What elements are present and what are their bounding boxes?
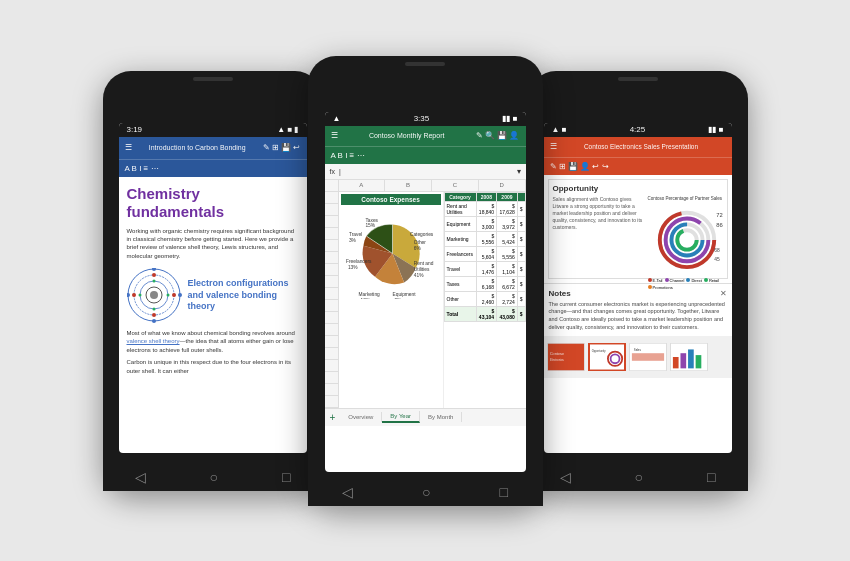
svg-text:Equipment: Equipment <box>392 292 416 297</box>
word-header: ☰ Introduction to Carbon Bonding ✎ ⊞ 💾 ↩ <box>119 137 307 159</box>
pie-chart: Categories Other 6% Rent and Utilities 4… <box>341 207 444 299</box>
ppt-thumbnails: Contoso Electronics Opportunity <box>544 336 732 378</box>
screen-center: ▲ 3:35 ▮▮ ■ ☰ Contoso Monthly Report ✎ 🔍… <box>325 112 526 472</box>
svg-text:Marketing: Marketing <box>358 292 380 297</box>
formula-bar[interactable]: fx | ▾ <box>325 164 526 180</box>
valence-theory-link[interactable]: valence shell theory <box>127 338 180 344</box>
col-a: A <box>339 180 386 191</box>
home-icon-center[interactable]: ○ <box>422 484 430 500</box>
col-headers: A B C D <box>339 180 526 192</box>
svg-point-14 <box>152 308 155 311</box>
slide-thumb-4[interactable] <box>670 343 708 371</box>
row-headers <box>325 180 339 408</box>
th-2008: 2008 <box>476 192 497 201</box>
svg-text:Freelancers: Freelancers <box>346 259 372 264</box>
excel-data: Contoso Expenses <box>339 192 526 408</box>
svg-point-11 <box>132 293 136 297</box>
speaker-left <box>193 77 233 81</box>
tab-by-year[interactable]: By Year <box>382 411 420 423</box>
word-doc-title: Introduction to Carbon Bonding <box>136 144 259 151</box>
status-bar-center: ▲ 3:35 ▮▮ ■ <box>325 112 526 126</box>
atom-diagram-svg <box>127 268 182 323</box>
svg-text:Other: Other <box>413 239 425 244</box>
ppt-header: ☰ Contoso Electronics Sales Presentation <box>544 137 732 157</box>
phone-left: 3:19 ▲ ■ ▮ ☰ Introduction to Carbon Bond… <box>103 71 323 491</box>
status-time-right: 4:25 <box>630 125 646 134</box>
back-icon-right[interactable]: ◁ <box>560 469 571 485</box>
formula-expand[interactable]: ▾ <box>517 167 521 176</box>
notes-panel: Notes ✕ The current consumer electronics… <box>544 283 732 337</box>
home-icon-left[interactable]: ○ <box>210 469 218 485</box>
ppt-menu-icon[interactable]: ☰ <box>550 142 557 151</box>
thumb-wrap-4 <box>670 343 708 371</box>
recent-icon-right[interactable]: □ <box>707 469 715 485</box>
excel-format-icons[interactable]: A B I ≡ ⋯ <box>331 151 365 160</box>
slide-content: Sales alignment with Contoso gives Litwa… <box>553 196 723 290</box>
svg-point-6 <box>152 319 156 323</box>
slide-chart-col: Contoso Percentage of Partner Sales <box>648 196 723 290</box>
phone-center: ▲ 3:35 ▮▮ ■ ☰ Contoso Monthly Report ✎ 🔍… <box>308 56 543 506</box>
back-icon-center[interactable]: ◁ <box>342 484 353 500</box>
word-body2: Most of what we know about chemical bond… <box>127 329 299 354</box>
svg-text:Categories: Categories <box>409 232 433 237</box>
table-row: Freelancers$ 5,604$ 5,556$ <box>444 246 525 261</box>
svg-text:86: 86 <box>716 222 722 228</box>
table-row: Rent and Utilities$ 18,840$ 17,628$ <box>444 201 525 216</box>
recent-icon-center[interactable]: □ <box>500 484 508 500</box>
ppt-slide: Opportunity Sales alignment with Contoso… <box>548 179 728 279</box>
excel-chart-area: Contoso Expenses <box>339 192 444 408</box>
svg-point-13 <box>152 280 155 283</box>
slide-thumb-3[interactable]: Sales <box>629 343 667 371</box>
word-doc-heading: Chemistry fundamentals <box>127 185 299 221</box>
svg-text:68: 68 <box>714 247 720 252</box>
svg-text:13%: 13% <box>360 297 370 298</box>
table-row: Equipment$ 3,000$ 3,972$ <box>444 216 525 231</box>
phones-container: 3:19 ▲ ■ ▮ ☰ Introduction to Carbon Bond… <box>15 16 835 546</box>
notes-close-button[interactable]: ✕ <box>720 289 727 298</box>
table-row: Marketing$ 5,556$ 5,424$ <box>444 231 525 246</box>
thumb-wrap-3: Sales <box>629 343 667 371</box>
tab-overview[interactable]: Overview <box>340 412 382 422</box>
donut-chart: 72 86 68 45 <box>648 203 726 271</box>
slide-thumb-2[interactable]: Opportunity <box>588 343 626 371</box>
excel-header-icons[interactable]: ✎ 🔍 💾 👤 <box>476 131 520 140</box>
ppt-format-icons[interactable]: ✎ ⊞ 💾 👤 ↩ ↪ <box>550 162 609 171</box>
svg-text:13%: 13% <box>347 264 357 269</box>
recent-icon-left[interactable]: □ <box>282 469 290 485</box>
col-d: D <box>479 180 526 191</box>
tab-by-month[interactable]: By Month <box>420 412 462 422</box>
ppt-doc-title: Contoso Electronics Sales Presentation <box>557 143 726 150</box>
word-format-icons[interactable]: A B I ≡ ⋯ <box>125 164 159 173</box>
excel-menu-icon[interactable]: ☰ <box>331 131 338 140</box>
svg-point-7 <box>127 293 130 297</box>
menu-icon[interactable]: ☰ <box>125 143 132 152</box>
svg-text:Rent and: Rent and <box>413 261 433 266</box>
add-sheet-button[interactable]: + <box>325 410 341 425</box>
word-toolbar-icons[interactable]: ✎ ⊞ 💾 ↩ <box>263 143 301 152</box>
svg-rect-58 <box>688 350 694 369</box>
svg-rect-53 <box>631 353 663 361</box>
status-bar-left: 3:19 ▲ ■ ▮ <box>119 123 307 137</box>
excel-grid: A B C D Contoso Expenses <box>325 180 526 408</box>
svg-point-15 <box>138 294 141 297</box>
th-2009: 2009 <box>497 192 518 201</box>
svg-text:41%: 41% <box>413 272 423 277</box>
legend-retail: Retail <box>704 278 719 283</box>
slide-thumb-1[interactable]: Contoso Electronics <box>547 343 585 371</box>
screen-left: 3:19 ▲ ■ ▮ ☰ Introduction to Carbon Bond… <box>119 123 307 453</box>
back-icon-left[interactable]: ◁ <box>135 469 146 485</box>
data-table: Category 2008 2009 Rent and Utilities$ 1… <box>444 192 526 322</box>
svg-text:3%: 3% <box>348 237 356 242</box>
word-content: Chemistry fundamentals Working with orga… <box>119 177 307 384</box>
svg-text:Sales: Sales <box>633 349 641 353</box>
ppt-toolbar: ✎ ⊞ 💾 👤 ↩ ↪ <box>544 157 732 175</box>
nav-bar-right: ◁ ○ □ <box>528 463 748 491</box>
excel-content: A B C D Contoso Expenses <box>339 180 526 408</box>
home-icon-right[interactable]: ○ <box>635 469 643 485</box>
svg-text:45: 45 <box>714 257 720 262</box>
word-body3: Carbon is unique in this respect due to … <box>127 358 299 375</box>
excel-body: A B C D Contoso Expenses <box>325 180 526 426</box>
notes-title: Notes <box>549 289 571 298</box>
excel-table-area: Category 2008 2009 Rent and Utilities$ 1… <box>444 192 526 408</box>
svg-text:72: 72 <box>716 211 722 217</box>
